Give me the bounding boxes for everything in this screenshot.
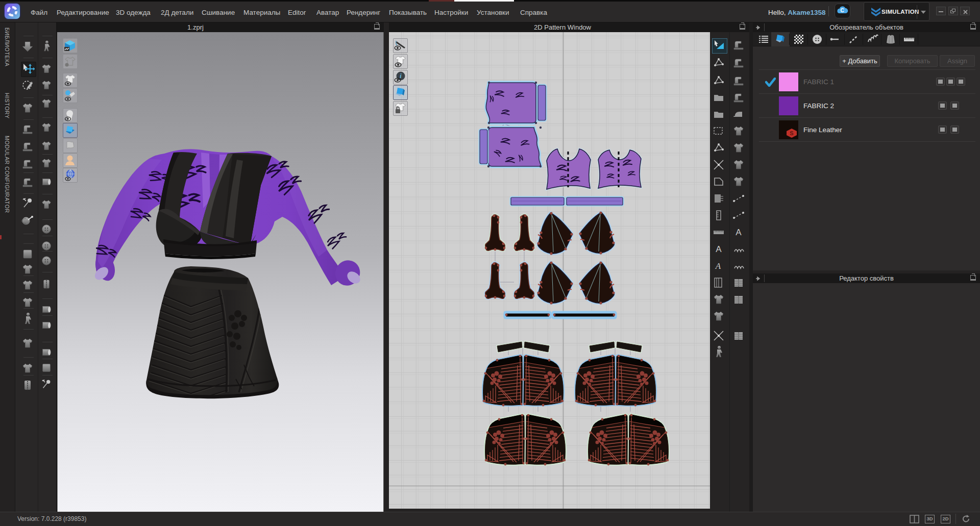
svg-text:A: A bbox=[716, 244, 722, 254]
svg-text:A: A bbox=[715, 261, 721, 271]
svg-text:S: S bbox=[790, 130, 793, 136]
svg-text:A: A bbox=[736, 228, 742, 237]
svg-text:C: C bbox=[840, 8, 844, 13]
